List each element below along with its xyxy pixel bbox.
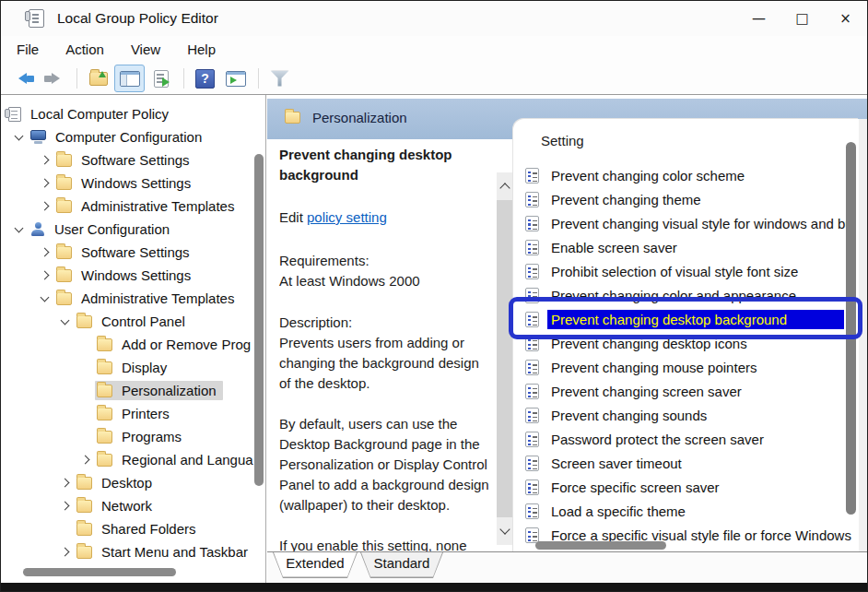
separator[interactable] [183,68,184,89]
separator[interactable] [258,68,259,89]
chevron-icon[interactable] [75,456,95,463]
tree-item-icon [76,315,92,328]
minimize-button[interactable]: — [737,1,780,36]
help-icon[interactable] [191,65,219,91]
description-scrollbar[interactable] [497,172,512,545]
tree-item[interactable]: User Configuration [1,218,265,241]
tree-item[interactable]: Software Settings [1,148,265,172]
policy-setting-link[interactable]: policy setting [307,209,387,225]
tree-item-label: Start Menu and Taskbar [101,544,248,560]
tree-item[interactable]: Printers [1,402,265,425]
setting-row[interactable]: Prevent changing mouse pointers [513,355,859,379]
chevron-icon[interactable] [54,503,75,509]
chevron-icon[interactable] [34,249,54,255]
gpedit-app-icon [29,9,44,28]
up-one-level-icon[interactable] [84,65,112,91]
view-tab[interactable]: Standard [360,552,443,578]
tree-item-label: Administrative Templates [81,290,234,306]
show-console-tree-icon[interactable] [114,65,145,92]
setting-row[interactable]: Prevent changing desktop icons [513,331,859,355]
tree-item-label: Shared Folders [101,521,196,537]
view-tab[interactable]: Extended [273,552,358,578]
requirements-block: Requirements: At least Windows 2000 [279,251,490,291]
tree-item[interactable]: Administrative Templates [1,195,265,218]
menu-item[interactable]: Action [56,39,113,60]
tree-item[interactable]: Desktop [1,471,265,494]
tree-item[interactable]: Administrative Templates [1,287,265,310]
scroll-up-icon[interactable] [497,172,512,200]
tree-item-label: Software Settings [81,152,190,168]
setting-row[interactable]: Prohibit selection of visual style font … [513,259,859,283]
tree-item[interactable]: Control Panel [1,310,265,333]
setting-row[interactable]: Enable screen saver [513,235,859,259]
scrollbar-thumb[interactable] [497,200,512,517]
tree-item[interactable]: Computer Configuration [1,125,265,148]
menu-item[interactable]: File [7,39,48,60]
setting-row[interactable]: Prevent changing color scheme [513,163,859,187]
chevron-icon[interactable] [34,272,54,278]
setting-row[interactable]: Password protect the screen saver [513,427,859,451]
view-tab-bar: Extended Standard [267,551,867,583]
chevron-icon[interactable] [34,297,54,301]
tree-item[interactable]: Display [1,356,265,379]
setting-row[interactable]: Load a specific theme [513,499,859,523]
chevron-icon[interactable] [54,480,75,486]
tree-item-label: Regional and Langua [122,452,253,468]
setting-label: Load a specific theme [547,502,689,521]
chevron-icon[interactable] [34,157,54,163]
tree-item[interactable]: Personalization [1,379,265,402]
tree-item[interactable]: Local Computer Policy [1,102,265,125]
setting-row[interactable]: Screen saver timeout [513,451,859,475]
chevron-icon[interactable] [54,320,75,324]
chevron-icon[interactable] [34,203,54,209]
export-list-icon[interactable] [147,65,175,91]
menu-item[interactable]: Help [178,39,225,60]
tree-item-icon [56,177,72,190]
forward-icon[interactable] [40,65,68,91]
list-vertical-scrollbar[interactable] [846,142,856,515]
filter-icon[interactable] [265,65,294,91]
scroll-down-icon[interactable] [497,517,512,545]
tree-item[interactable]: Software Settings [1,241,265,264]
chevron-icon[interactable] [34,180,54,186]
setting-row[interactable]: Prevent changing theme [513,187,859,211]
chevron-icon[interactable] [8,228,29,231]
show-action-pane-icon[interactable] [221,65,250,91]
tree-item[interactable]: Add or Remove Prog [1,333,265,356]
tree-item-label: Network [101,498,152,514]
tree-item-icon [30,222,45,236]
tree-item[interactable]: Shared Folders [1,517,265,540]
setting-label: Prevent changing color and appearance [547,286,800,305]
list-horizontal-scrollbar[interactable] [535,541,666,550]
tree-item[interactable]: Programs [1,425,265,448]
tree-item-icon [56,246,72,259]
back-icon[interactable] [9,65,38,91]
close-button[interactable]: × [824,1,867,36]
tree-item[interactable]: Start Menu and Taskbar [1,540,265,563]
setting-column-header[interactable]: Setting [513,119,859,163]
tree-item-icon [76,500,92,513]
setting-row[interactable]: Prevent changing color and appearance [513,283,859,307]
maximize-button[interactable]: □ [780,1,824,36]
policy-setting-icon [525,527,539,543]
chevron-icon[interactable] [8,136,29,139]
setting-row[interactable]: Prevent changing visual style for window… [513,211,859,235]
tree-item[interactable]: Windows Settings [1,264,265,287]
setting-row[interactable]: Prevent changing screen saver [513,379,859,403]
policy-setting-icon [525,264,539,279]
setting-row[interactable]: Prevent changing sounds [513,403,859,427]
menu-item[interactable]: View [122,39,170,60]
setting-title: Prevent changing desktop background [279,145,490,185]
chevron-icon[interactable] [54,549,75,555]
policy-setting-icon [525,360,539,375]
separator[interactable] [76,68,77,89]
settings-list: Prevent changing color scheme Prevent ch… [513,163,859,552]
tree-item[interactable]: Regional and Langua [1,448,265,471]
setting-row[interactable]: Prevent changing desktop background [513,307,859,331]
setting-row[interactable]: Force specific screen saver [513,475,859,499]
tree-item[interactable]: Network [1,494,265,517]
tree-item[interactable]: Windows Settings [1,172,265,195]
tree-horizontal-scrollbar[interactable] [23,568,176,576]
tree-vertical-scrollbar[interactable] [254,154,264,486]
tree-item-icon [97,454,112,467]
